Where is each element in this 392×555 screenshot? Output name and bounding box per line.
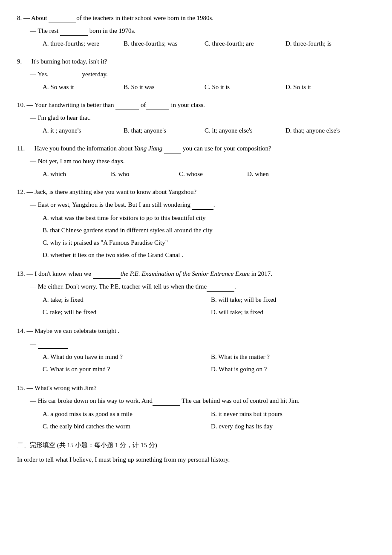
q11-options: A. which B. who C. whose D. when: [43, 169, 375, 179]
q11-optB: B. who: [111, 169, 166, 179]
question-15: 15. — What's wrong with Jim? — His car b…: [17, 383, 375, 432]
q15-line2: — His car broke down on his way to work.…: [30, 396, 375, 406]
q9-optB: B. So it was: [124, 82, 192, 92]
q9-line1: 9. — It's burning hot today, isn't it?: [17, 56, 375, 66]
q13-line2: — Me either. Don't worry. The P.E. teach…: [30, 281, 375, 292]
q10-options: A. it ; anyone's B. that; anyone's C. it…: [43, 125, 375, 136]
q13-blank2: [207, 291, 234, 292]
q14-line1: 14. — Maybe we can celebrate tonight .: [17, 326, 375, 336]
question-10: 10. — Your handwriting is better than of…: [17, 100, 375, 136]
q15-optB: B. it never rains but it pours: [211, 408, 375, 420]
q11-line1: 11. — Have you found the information abo…: [17, 143, 375, 153]
section2-header: 二、完形填空 (共 15 小题；每小题 1 分，计 15 分): [17, 440, 375, 450]
q9-line2: — Yes. yesterday.: [30, 69, 375, 79]
q8-optA: A. three-fourths; were: [43, 38, 111, 49]
q11-optA: A. which: [43, 169, 98, 179]
q9-optA: A. So was it: [43, 82, 111, 92]
exam-content: 8. — About of the teachers in their scho…: [17, 13, 375, 465]
q14-optC: C. What is on your mind ?: [43, 364, 207, 375]
q13-optA: A. take; is fixed: [43, 294, 207, 306]
q15-line1: 15. — What's wrong with Jim?: [17, 383, 375, 393]
q13-options: A. take; is fixed B. will take; will be …: [43, 294, 375, 318]
q10-optA: A. it ; anyone's: [43, 125, 111, 136]
q10-optD: D. that; anyone else's: [285, 125, 354, 136]
q9-optD: D. So is it: [285, 82, 354, 92]
q14-blank1: [38, 348, 68, 349]
q12-line2: — East or west, Yangzhou is the best. Bu…: [30, 199, 375, 210]
question-9: 9. — It's burning hot today, isn't it? —…: [17, 56, 375, 92]
q14-line2: —: [30, 338, 375, 349]
q13-line1: 13. — I don't know when we the P.E. Exam…: [17, 269, 375, 279]
q9-blank1: [50, 79, 82, 79]
q11-optC: C. whose: [179, 169, 234, 179]
q15-options: A. a good miss is as good as a mile B. i…: [43, 408, 375, 432]
q15-blank1: [153, 405, 180, 406]
q12-optC: C. why is it praised as "A Famous Paradi…: [43, 237, 375, 249]
question-8: 8. — About of the teachers in their scho…: [17, 13, 375, 49]
q11-optD: D. when: [247, 169, 303, 179]
q10-optC: C. it; anyone else's: [205, 125, 273, 136]
q12-blank1: [192, 209, 213, 210]
q8-optD: D. three-fourth; is: [285, 38, 354, 49]
q13-optB: B. will take; will be fixed: [211, 294, 375, 306]
q8-optB: B. three-fourths; was: [124, 38, 192, 49]
q10-line2: — I'm glad to hear that.: [30, 113, 375, 123]
q13-blank1: [93, 278, 121, 279]
q12-optB: B. that Chinese gardens stand in differe…: [43, 225, 375, 236]
q10-optB: B. that; anyone's: [124, 125, 192, 136]
q8-blank1: [49, 23, 76, 23]
q8-blank2: [60, 35, 88, 36]
question-14: 14. — Maybe we can celebrate tonight . —…: [17, 326, 375, 375]
question-13: 13. — I don't know when we the P.E. Exam…: [17, 269, 375, 318]
question-12: 12. — Jack, is there anything else you w…: [17, 187, 375, 261]
q10-blank1: [115, 110, 139, 110]
q11-line2: — Not yet, I am too busy these days.: [30, 156, 375, 166]
q12-line1: 12. — Jack, is there anything else you w…: [17, 187, 375, 197]
q15-optA: A. a good miss is as good as a mile: [43, 408, 207, 420]
q13-optD: D. will take; is fixed: [211, 306, 375, 318]
q14-options: A. What do you have in mind ? B. What is…: [43, 351, 375, 375]
q15-optD: D. every dog has its day: [211, 421, 375, 432]
q9-options: A. So was it B. So it was C. So it is D.…: [43, 82, 375, 92]
q8-line2: — The rest born in the 1970s.: [30, 26, 375, 36]
q10-blank2: [146, 110, 169, 110]
q14-optB: B. What is the matter ?: [211, 351, 375, 363]
q8-line1: 8. — About of the teachers in their scho…: [17, 13, 375, 23]
q8-options: A. three-fourths; were B. three-fourths;…: [43, 38, 375, 49]
section2-intro: In order to tell what I believe, I must …: [17, 454, 375, 465]
q8-optC: C. three-fourth; are: [205, 38, 273, 49]
q12-optA: A. what was the best time for visitors t…: [43, 212, 375, 224]
q15-optC: C. the early bird catches the worm: [43, 421, 207, 432]
q14-optA: A. What do you have in mind ?: [43, 351, 207, 363]
question-11: 11. — Have you found the information abo…: [17, 143, 375, 179]
q12-optD: D. whether it lies on the two sides of t…: [43, 249, 375, 261]
q10-line1: 10. — Your handwriting is better than of…: [17, 100, 375, 110]
q9-optC: C. So it is: [205, 82, 273, 92]
q14-optD: D. What is going on ?: [211, 364, 375, 375]
q11-blank1: [164, 153, 181, 153]
q13-optC: C. take; will be fixed: [43, 306, 207, 318]
